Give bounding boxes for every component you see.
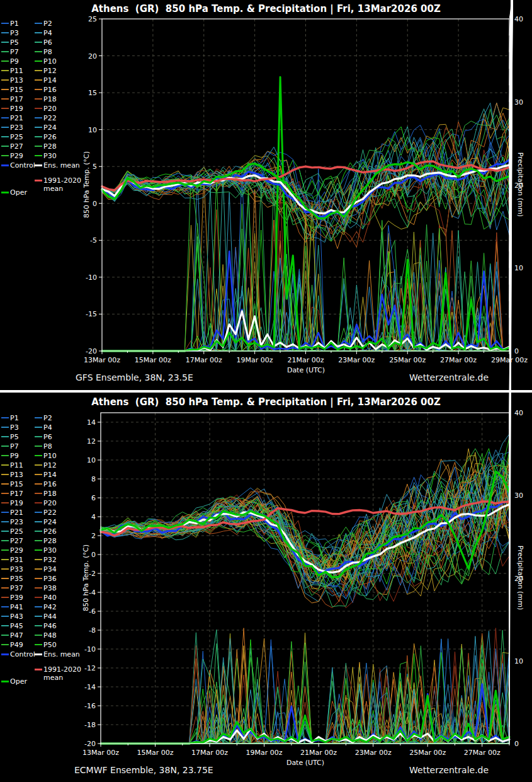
svg-text:4: 4 — [91, 513, 96, 521]
legend-swatch — [1, 578, 9, 579]
legend-label: P18 — [43, 490, 57, 498]
svg-text:25Mar 00z: 25Mar 00z — [409, 749, 446, 757]
legend-swatch — [1, 89, 9, 90]
legend-label: P32 — [43, 556, 57, 564]
legend-label: P26 — [43, 133, 57, 141]
legend-label: P18 — [43, 95, 57, 103]
legend-item-p7: P7 — [1, 47, 19, 57]
legend-item-p49: P49 — [1, 640, 23, 650]
legend-swatch — [35, 502, 42, 503]
svg-text:10: 10 — [514, 657, 523, 665]
legend-swatch — [1, 70, 9, 71]
legend-swatch — [1, 60, 9, 62]
legend-label: Control — [10, 161, 35, 170]
ensemble-member-precip-line — [101, 646, 509, 744]
legend-label: P13 — [10, 471, 23, 479]
ecmwf-ensemble-members — [101, 434, 509, 744]
legend-swatch — [1, 417, 9, 418]
ensemble-member-precip-line — [101, 646, 509, 744]
legend-item-p41: P41 — [1, 602, 23, 612]
svg-text:12: 12 — [87, 437, 96, 446]
legend-item-p17: P17 — [1, 95, 23, 104]
svg-text:-16: -16 — [84, 702, 96, 710]
svg-text:13Mar 00z: 13Mar 00z — [84, 356, 120, 364]
legend-swatch — [35, 493, 42, 494]
legend-item-p1: P1 — [1, 413, 19, 423]
ensemble-member-precip-line — [101, 646, 509, 744]
svg-text:-10: -10 — [84, 645, 96, 653]
legend-item-p38: P38 — [35, 584, 57, 593]
legend-swatch — [35, 417, 42, 418]
legend-label: P35 — [10, 575, 23, 583]
ensemble-member-precip-line — [101, 653, 509, 744]
ensemble-member-precip-line — [101, 653, 509, 744]
legend-swatch — [1, 117, 9, 118]
legend-item-p23: P23 — [1, 517, 23, 527]
legend-swatch — [35, 23, 42, 24]
legend-swatch — [1, 681, 9, 682]
legend-label: P47 — [10, 631, 23, 640]
legend-item-p5: P5 — [1, 38, 19, 47]
legend-swatch — [1, 616, 9, 617]
ensemble-member-precip-line — [101, 646, 509, 744]
legend-item-p21: P21 — [1, 508, 23, 517]
legend-swatch — [35, 606, 42, 607]
legend-label: Control — [10, 650, 35, 658]
svg-text:27Mar 00z: 27Mar 00z — [440, 356, 477, 364]
svg-text:0: 0 — [93, 200, 97, 208]
svg-text:0: 0 — [514, 347, 519, 355]
legend-label: P44 — [43, 612, 57, 621]
legend-swatch — [1, 155, 9, 156]
legend-label: P22 — [43, 509, 57, 517]
legend-label: P1 — [10, 20, 19, 28]
legend-item-p30: P30 — [35, 546, 57, 555]
svg-text:0: 0 — [514, 740, 519, 748]
svg-text:8: 8 — [91, 475, 96, 483]
svg-text:-4: -4 — [89, 589, 96, 597]
legend-label: P6 — [43, 433, 52, 441]
legend-item-p19: P19 — [1, 104, 23, 113]
legend-swatch — [35, 483, 42, 485]
legend-swatch — [35, 136, 42, 137]
legend-swatch — [1, 493, 9, 494]
legend-item-p27: P27 — [1, 536, 23, 546]
legend-item-p23: P23 — [1, 123, 23, 132]
legend-label: P5 — [10, 38, 19, 47]
legend-label: P10 — [43, 452, 57, 460]
legend-item-p35: P35 — [1, 574, 23, 584]
gfs-footer-brand: Wetterzentrale.de — [409, 372, 489, 382]
legend-label: P41 — [10, 603, 23, 611]
legend-swatch — [35, 521, 42, 522]
legend-item-p7: P7 — [1, 442, 19, 451]
svg-text:5: 5 — [93, 163, 97, 171]
legend-swatch — [1, 512, 9, 513]
svg-text:14: 14 — [87, 418, 96, 427]
legend-swatch — [1, 136, 9, 137]
ecmwf-precip-axis-label: Precipitation (mm) — [516, 546, 524, 610]
svg-text:2: 2 — [91, 532, 96, 540]
legend-item-p9: P9 — [1, 57, 19, 66]
svg-text:-20: -20 — [86, 347, 97, 355]
ensemble-member-precip-line — [101, 643, 509, 744]
legend-label: P24 — [43, 518, 57, 526]
legend-label: P33 — [10, 565, 23, 573]
legend-item-p15: P15 — [1, 480, 23, 489]
legend-label: P26 — [43, 527, 57, 536]
legend-swatch — [35, 79, 42, 81]
panel-divider — [0, 390, 532, 393]
legend-label: P1 — [10, 414, 19, 422]
legend-swatch — [1, 568, 9, 570]
legend-item-p33: P33 — [1, 565, 23, 574]
legend-item-p26: P26 — [35, 132, 57, 142]
legend-item-p18: P18 — [35, 95, 57, 104]
legend-item-p34: P34 — [35, 565, 57, 574]
legend-item-p25: P25 — [1, 527, 23, 536]
legend-swatch — [1, 549, 9, 551]
legend-swatch — [1, 446, 9, 447]
legend-label: P17 — [10, 95, 23, 103]
legend-swatch — [1, 540, 9, 541]
legend-item-p24: P24 — [35, 517, 57, 527]
legend-swatch — [35, 32, 42, 33]
legend-swatch — [35, 455, 42, 456]
legend-label: P15 — [10, 480, 23, 488]
